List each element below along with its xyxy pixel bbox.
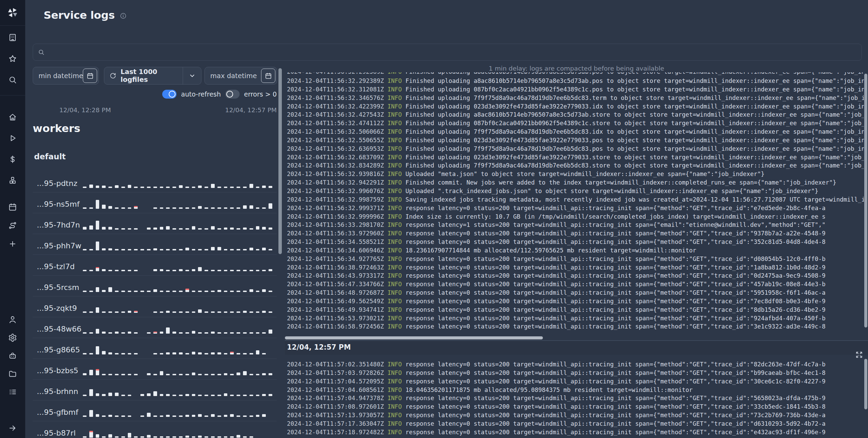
activity-bar bbox=[108, 248, 112, 250]
worker-row[interactable]: ...95-7hd7n bbox=[33, 213, 277, 234]
expand-icon[interactable] bbox=[855, 351, 863, 359]
worker-row[interactable]: ...95-pdtnz bbox=[33, 172, 277, 192]
min-datetime-field[interactable]: min datetime bbox=[33, 67, 99, 85]
activity-bar bbox=[243, 228, 247, 230]
logfiles-select-label: Last 1000 logfiles bbox=[121, 68, 183, 84]
windmill-logo[interactable] bbox=[0, 0, 25, 26]
worker-row[interactable]: ...95-brhnn bbox=[33, 380, 277, 400]
activity-bar bbox=[172, 374, 176, 375]
activity-bar bbox=[96, 186, 100, 188]
worker-row[interactable]: ...95-tzl7d bbox=[33, 255, 277, 276]
search-icon[interactable] bbox=[8, 75, 17, 84]
activity-bar bbox=[243, 395, 247, 396]
logfiles-select[interactable]: Last 1000 logfiles bbox=[104, 67, 201, 85]
search-bar[interactable] bbox=[33, 44, 862, 61]
max-datetime-field[interactable]: max datetime bbox=[204, 67, 277, 85]
worker-row[interactable]: ...95-bzbs5 bbox=[33, 359, 277, 380]
cubes-icon[interactable] bbox=[8, 176, 17, 185]
sidebar bbox=[0, 0, 25, 438]
worker-activity-sparkline bbox=[83, 193, 275, 209]
activity-bar bbox=[204, 270, 208, 271]
activity-bar bbox=[198, 414, 202, 417]
user-icon[interactable] bbox=[8, 315, 17, 324]
worker-row[interactable]: ...95-g8665 bbox=[33, 338, 277, 359]
activity-bar bbox=[128, 207, 132, 209]
activity-bar bbox=[198, 395, 202, 396]
search-input[interactable] bbox=[48, 44, 862, 61]
activity-bar bbox=[153, 436, 157, 438]
worker-activity-sparkline bbox=[83, 380, 275, 396]
robot-icon[interactable] bbox=[8, 351, 17, 360]
home-icon[interactable] bbox=[8, 113, 17, 121]
worker-name: ...95-zqkt9 bbox=[37, 304, 77, 312]
worker-row[interactable]: ...95-phh7w bbox=[33, 234, 277, 255]
log-scrollbar-top[interactable] bbox=[864, 74, 867, 327]
activity-bar bbox=[83, 373, 87, 375]
activity-bar bbox=[185, 374, 189, 375]
info-icon[interactable] bbox=[120, 12, 127, 19]
activity-bar bbox=[269, 269, 272, 271]
activity-bar bbox=[204, 249, 208, 250]
activity-bar-error bbox=[230, 352, 234, 354]
activity-bar bbox=[198, 436, 202, 438]
max-datetime-calendar-button[interactable] bbox=[261, 69, 275, 83]
worker-row[interactable]: ...95-5rcsm bbox=[33, 276, 277, 296]
chevron-down-icon[interactable] bbox=[183, 72, 201, 79]
activity-bar bbox=[204, 395, 208, 396]
play-icon[interactable] bbox=[8, 134, 17, 143]
activity-bar bbox=[89, 291, 93, 292]
auto-refresh-toggle[interactable] bbox=[162, 90, 177, 99]
activity-bar bbox=[115, 291, 119, 292]
activity-bar bbox=[243, 311, 247, 313]
activity-bar bbox=[198, 309, 202, 313]
activity-bar-error bbox=[134, 206, 138, 209]
activity-bar bbox=[147, 435, 151, 438]
horizontal-scrollbar[interactable] bbox=[285, 336, 543, 339]
workers-scrollbar[interactable] bbox=[278, 68, 282, 254]
worker-activity-sparkline bbox=[83, 401, 275, 417]
calendar-icon[interactable] bbox=[8, 203, 17, 211]
activity-bar bbox=[256, 291, 260, 292]
activity-bar bbox=[121, 332, 125, 334]
calendar-icon bbox=[87, 72, 94, 79]
gear-icon[interactable] bbox=[8, 333, 17, 342]
worker-row[interactable]: ...95-gfbmf bbox=[33, 400, 277, 421]
activity-bar bbox=[262, 248, 266, 250]
service-logs-page: Service logs min datetime Last 1000 logf… bbox=[0, 0, 868, 438]
activity-bar bbox=[121, 207, 125, 209]
worker-row[interactable]: ...95-zqkt9 bbox=[33, 296, 277, 317]
sidebar-group-nav bbox=[0, 96, 25, 185]
activity-bar bbox=[217, 332, 221, 334]
min-datetime-calendar-button[interactable] bbox=[83, 69, 97, 83]
activity-bar bbox=[198, 228, 202, 230]
activity-bar bbox=[102, 332, 106, 334]
list-icon[interactable] bbox=[8, 388, 17, 396]
activity-bar bbox=[192, 436, 196, 438]
activity-bar bbox=[140, 394, 144, 396]
route-icon[interactable] bbox=[8, 221, 17, 230]
plus-icon[interactable] bbox=[8, 239, 17, 248]
activity-bar bbox=[224, 311, 228, 313]
activity-bar bbox=[128, 270, 132, 271]
activity-bar bbox=[237, 415, 240, 417]
log-line: 2024-12-04T11:56:49.934741Z INFO respons… bbox=[287, 306, 864, 314]
activity-bar bbox=[256, 249, 260, 250]
worker-name: ...95-tzl7d bbox=[37, 262, 75, 271]
activity-bar bbox=[192, 352, 196, 354]
worker-row[interactable]: ...95-48w66 bbox=[33, 317, 277, 338]
worker-group-heading: default bbox=[34, 152, 66, 161]
log-line: 2024-12-04T11:56:43.973317Z INFO respons… bbox=[287, 272, 864, 280]
worker-row[interactable]: ...95-ns5mf bbox=[33, 192, 277, 213]
activity-bar bbox=[179, 311, 183, 313]
arrow-right-icon[interactable] bbox=[8, 424, 17, 433]
folder-icon[interactable] bbox=[8, 369, 17, 378]
log-scrollbar-bottom[interactable] bbox=[864, 359, 867, 409]
star-icon[interactable] bbox=[8, 54, 17, 63]
dollar-icon[interactable] bbox=[8, 155, 17, 164]
log-line: 2024-12-04T11:56:32.998759Z INFO Saving … bbox=[287, 195, 864, 204]
worker-activity-sparkline bbox=[83, 360, 275, 375]
errors-toggle[interactable] bbox=[225, 90, 240, 99]
activity-bar bbox=[172, 352, 176, 354]
workspace-icon[interactable] bbox=[8, 33, 17, 42]
worker-row[interactable]: ...95-b87rl bbox=[33, 421, 277, 438]
